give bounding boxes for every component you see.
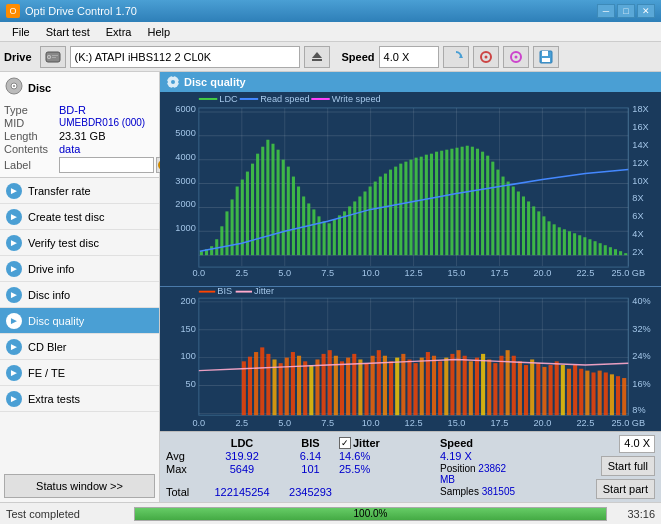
label-input[interactable]	[59, 157, 154, 173]
svg-rect-66	[328, 223, 331, 255]
lower-chart-svg: 200 150 100 50 40% 32% 24% 16% 8% 0.0 2.…	[160, 287, 661, 431]
svg-text:2000: 2000	[175, 200, 195, 210]
svg-point-11	[514, 55, 517, 58]
nav-icon-verify-test-disc: ►	[6, 235, 22, 251]
svg-text:7.5: 7.5	[321, 268, 334, 278]
svg-point-17	[13, 85, 15, 87]
nav-icon-extra-tests: ►	[6, 391, 22, 407]
svg-rect-155	[311, 98, 329, 100]
svg-rect-60	[297, 187, 300, 256]
avg-speed: 4.19 X	[440, 450, 520, 462]
sidebar-item-disc-quality[interactable]: ► Disc quality	[0, 308, 159, 334]
nav-icon-drive-info: ►	[6, 261, 22, 277]
svg-rect-107	[537, 211, 540, 255]
max-bis: 101	[283, 463, 338, 485]
svg-rect-195	[371, 356, 375, 415]
svg-rect-97	[486, 156, 489, 255]
svg-rect-85	[425, 155, 428, 255]
svg-rect-235	[616, 376, 620, 415]
svg-text:4X: 4X	[632, 229, 643, 239]
menu-extra[interactable]: Extra	[98, 24, 140, 40]
total-label: Total	[166, 486, 201, 498]
close-button[interactable]: ✕	[637, 4, 655, 18]
svg-text:25.0 GB: 25.0 GB	[611, 419, 645, 429]
disc-length-row: Length 23.31 GB	[4, 130, 155, 142]
start-part-button[interactable]: Start part	[596, 479, 655, 499]
maximize-button[interactable]: □	[617, 4, 635, 18]
speed-dropdown[interactable]: 4.0 X	[619, 435, 655, 453]
svg-text:10X: 10X	[632, 176, 648, 186]
svg-rect-94	[471, 147, 474, 255]
title-bar-left: O Opti Drive Control 1.70	[6, 4, 137, 18]
disc-write-button[interactable]	[503, 46, 529, 68]
svg-rect-191	[346, 358, 350, 416]
sidebar-item-cd-bler[interactable]: ► CD Bler	[0, 334, 159, 360]
progress-bar: 100.0%	[134, 507, 607, 521]
sidebar-item-fe-te[interactable]: ► FE / TE	[0, 360, 159, 386]
sidebar-item-verify-test-disc[interactable]: ► Verify test disc	[0, 230, 159, 256]
drive-select[interactable]: (K:) ATAPI iHBS112 2 CL0K	[70, 46, 300, 68]
svg-rect-79	[394, 167, 397, 256]
svg-rect-95	[476, 149, 479, 255]
svg-rect-59	[292, 177, 295, 256]
jitter-checkbox[interactable]: ✓	[339, 437, 351, 449]
svg-rect-175	[248, 357, 252, 416]
svg-rect-70	[348, 206, 351, 255]
svg-rect-80	[399, 164, 402, 256]
sidebar-item-drive-info[interactable]: ► Drive info	[0, 256, 159, 282]
svg-rect-98	[491, 162, 494, 256]
nav-icon-create-test-disc: ►	[6, 209, 22, 225]
menu-start-test[interactable]: Start test	[38, 24, 98, 40]
svg-rect-219	[518, 361, 522, 415]
svg-rect-55	[271, 144, 274, 255]
svg-rect-109	[548, 221, 551, 255]
svg-rect-123	[619, 251, 622, 255]
svg-rect-212	[475, 358, 479, 416]
svg-text:22.5: 22.5	[576, 419, 594, 429]
speed-select[interactable]: 4.0 X	[379, 46, 439, 68]
eject-button[interactable]	[304, 46, 330, 68]
start-full-button[interactable]: Start full	[601, 456, 655, 476]
sidebar-item-transfer-rate[interactable]: ► Transfer rate	[0, 178, 159, 204]
svg-rect-105	[527, 201, 530, 255]
svg-rect-53	[261, 147, 264, 255]
avg-label: Avg	[166, 450, 201, 462]
svg-rect-63	[312, 209, 315, 255]
svg-rect-208	[450, 354, 454, 415]
menu-help[interactable]: Help	[139, 24, 178, 40]
svg-rect-46	[225, 211, 228, 255]
total-bis: 2345293	[283, 486, 338, 498]
svg-text:150: 150	[180, 324, 195, 334]
sidebar-item-disc-info[interactable]: ► Disc info	[0, 282, 159, 308]
stats-bar: LDC BIS ✓ Jitter Speed Avg 319.92 6.14 1…	[160, 431, 661, 502]
svg-text:24%: 24%	[632, 352, 651, 362]
save-button[interactable]	[533, 46, 559, 68]
svg-rect-62	[307, 203, 310, 255]
svg-rect-52	[256, 154, 259, 255]
stats-jitter-check-row: ✓ Jitter	[339, 437, 439, 449]
svg-rect-216	[499, 356, 503, 415]
svg-rect-234	[610, 374, 614, 415]
refresh-button[interactable]	[443, 46, 469, 68]
status-window-button[interactable]: Status window >>	[4, 474, 155, 498]
minimize-button[interactable]: ─	[597, 4, 615, 18]
sidebar-item-create-test-disc[interactable]: ► Create test disc	[0, 204, 159, 230]
menu-file[interactable]: File	[4, 24, 38, 40]
svg-rect-83	[415, 158, 418, 255]
nav-icon-fe-te: ►	[6, 365, 22, 381]
svg-rect-74	[369, 187, 372, 256]
svg-text:18X: 18X	[632, 104, 648, 114]
svg-text:20.0: 20.0	[533, 268, 551, 278]
svg-point-9	[484, 55, 487, 58]
disc-info-panel: Disc Type BD-R MID UMEBDR016 (000) Lengt…	[0, 72, 159, 178]
disc-read-button[interactable]	[473, 46, 499, 68]
svg-rect-56	[277, 150, 280, 255]
total-ldc: 122145254	[202, 486, 282, 498]
svg-rect-90	[450, 149, 453, 255]
app-icon: O	[6, 4, 20, 18]
sidebar-item-extra-tests[interactable]: ► Extra tests	[0, 386, 159, 412]
svg-rect-222	[536, 363, 540, 415]
svg-rect-92	[461, 147, 464, 255]
disc-info-header: Disc	[4, 76, 155, 100]
svg-text:10.0: 10.0	[362, 419, 380, 429]
